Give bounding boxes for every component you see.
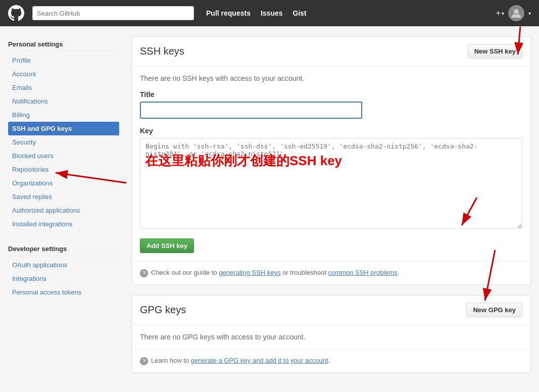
ssh-section-header: SSH keys New SSH key [132,37,530,66]
sidebar-item-emails[interactable]: Emails [8,81,119,94]
title-form-group: Title [140,90,522,119]
key-form-group: Key 在这里粘贴你刚才创建的SSH key [140,127,522,230]
title-input[interactable] [140,102,362,119]
sidebar-item-blocked-users[interactable]: Blocked users [8,149,119,163]
key-textarea[interactable] [140,138,522,229]
new-ssh-key-button[interactable]: New SSH key [468,44,522,59]
sidebar-item-security[interactable]: Security [8,135,119,149]
no-gpg-keys-message: There are no GPG keys with access to you… [140,333,522,341]
gpg-help-text-content: Learn how to generate a GPG key and add … [151,357,330,364]
gpg-section-title: GPG keys [140,304,186,316]
sidebar-item-saved-replies[interactable]: Saved replies [8,190,119,204]
ssh-section-title: SSH keys [140,45,184,57]
github-logo[interactable] [8,5,24,21]
nav-gist[interactable]: Gist [293,9,307,17]
sidebar-item-organizations[interactable]: Organizations [8,176,119,190]
gpg-section: GPG keys New GPG key There are no GPG ke… [131,295,531,373]
header: Pull requests Issues Gist + ▾ ▾ [0,0,539,26]
sidebar: Personal settings Profile Account Emails… [8,36,119,383]
sidebar-item-integrations[interactable]: Integrations [8,272,119,285]
gpg-help-icon: ? [140,357,148,365]
header-right: + ▾ ▾ [496,5,531,21]
sidebar-item-profile[interactable]: Profile [8,54,119,67]
title-label: Title [140,90,522,99]
gpg-section-header: GPG keys New GPG key [132,296,530,325]
developer-settings-title: Developer settings [8,241,119,256]
plus-icon: + [496,9,501,18]
developer-settings-group: Developer settings OAuth applications In… [8,241,119,299]
ssh-help-text: ? Check out our guide to generating SSH … [132,261,530,284]
personal-settings-title: Personal settings [8,36,119,52]
sidebar-item-repositories[interactable]: Repositories [8,163,119,176]
chevron-down-icon: ▾ [502,11,504,16]
new-item-button[interactable]: + ▾ [496,9,504,18]
sidebar-item-account[interactable]: Account [8,67,119,81]
no-ssh-keys-message: There are no SSH keys with access to you… [140,74,522,82]
add-ssh-key-button[interactable]: Add SSH key [140,238,194,253]
sidebar-item-ssh-gpg-keys[interactable]: SSH and GPG keys [8,122,119,135]
gpg-section-body: There are no GPG keys with access to you… [132,325,530,349]
gpg-help-text: ? Learn how to generate a GPG key and ad… [132,349,530,372]
new-gpg-key-button[interactable]: New GPG key [466,303,522,317]
help-text-content: Check out our guide to generating SSH ke… [151,269,399,276]
common-ssh-problems-link[interactable]: common SSH problems [328,269,398,276]
personal-settings-group: Personal settings Profile Account Emails… [8,36,119,231]
help-icon: ? [140,269,148,277]
sidebar-item-oauth-apps[interactable]: OAuth applications [8,258,119,272]
search-input[interactable] [32,6,194,20]
sidebar-item-personal-access-tokens[interactable]: Personal access tokens [8,285,119,299]
header-nav: Pull requests Issues Gist [206,9,307,17]
main-content: SSH keys New SSH key There are no SSH ke… [131,36,531,383]
avatar-chevron: ▾ [528,11,531,16]
app-container: Pull requests Issues Gist + ▾ ▾ Personal… [0,0,539,392]
generate-gpg-key-link[interactable]: generate a GPG key and add it to your ac… [191,357,328,364]
sidebar-item-billing[interactable]: Billing [8,108,119,122]
ssh-section-body: There are no SSH keys with access to you… [132,66,530,261]
ssh-section: SSH keys New SSH key There are no SSH ke… [131,36,531,285]
sidebar-item-authorized-apps[interactable]: Authorized applications [8,204,119,217]
avatar[interactable] [508,5,524,21]
key-label: Key [140,127,522,135]
sidebar-item-notifications[interactable]: Notifications [8,94,119,108]
nav-issues[interactable]: Issues [261,9,283,17]
generating-ssh-keys-link[interactable]: generating SSH keys [219,269,280,276]
nav-pull-requests[interactable]: Pull requests [206,9,251,17]
main-layout: Personal settings Profile Account Emails… [0,26,539,392]
sidebar-item-installed-integrations[interactable]: Installed integrations [8,217,119,231]
